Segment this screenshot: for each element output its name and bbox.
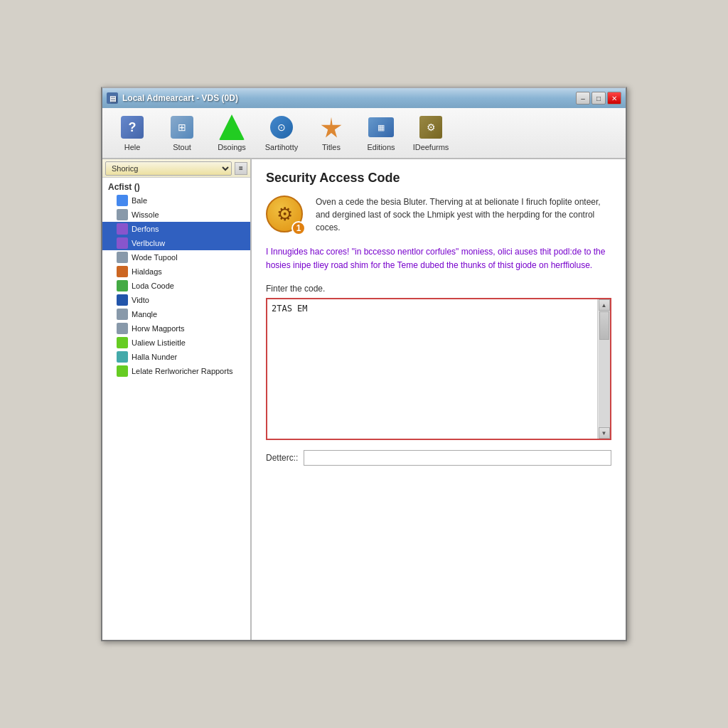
toolbar-btn-editions[interactable]: ▦ Editions xyxy=(357,111,405,155)
tree-item-icon xyxy=(117,337,128,348)
tree-item-label: Bale xyxy=(132,196,147,205)
tree-item-icon xyxy=(117,323,128,334)
dsoings-icon xyxy=(219,114,245,140)
toolbar-btn-titles[interactable]: Titles xyxy=(307,111,355,155)
toolbar-btn-dsoings[interactable]: Dsoings xyxy=(208,111,256,155)
tree-item-label: Manqle xyxy=(132,310,157,318)
sidebar-header: Shoricg ≡ xyxy=(102,159,250,178)
textarea-scrollbar: ▲ ▼ xyxy=(597,299,610,439)
tree-item-label: Horw Magports xyxy=(132,324,185,333)
main-area: Shoricg ≡ Acfist () BaleWissoleDerfonsVe… xyxy=(102,159,626,640)
tree-item[interactable]: Ualiew Listieitle xyxy=(102,336,250,350)
tree-container: Acfist () BaleWissoleDerfonsVerlbcluwWod… xyxy=(102,178,250,640)
minimize-button[interactable]: – xyxy=(576,92,590,105)
title-controls: – □ ✕ xyxy=(576,92,621,105)
toolbar-label-stout: Stout xyxy=(173,143,191,151)
tree-item[interactable]: Hialdags xyxy=(102,264,250,279)
gear-icon-container: ⚙ 1 xyxy=(266,196,306,235)
ideefurms-icon: ⚙ xyxy=(418,114,444,140)
title-bar: ▤ Local Admearcart - VDS (0D) – □ ✕ xyxy=(102,88,626,108)
main-window: ▤ Local Admearcart - VDS (0D) – □ ✕ ? He… xyxy=(101,87,627,641)
warning-text: I Innugides hac cores! "in bccesso nentl… xyxy=(266,245,611,272)
app-icon: ▤ xyxy=(107,92,118,104)
tree-item[interactable]: Bale xyxy=(102,193,250,208)
tree-item-label: Derfons xyxy=(132,225,159,233)
code-label: Finter the code. xyxy=(266,284,611,294)
tree-item-label: Verlbcluw xyxy=(132,239,165,247)
sidebar: Shoricg ≡ Acfist () BaleWissoleDerfonsVe… xyxy=(102,159,252,640)
tree-item[interactable]: Halla Nunder xyxy=(102,350,250,364)
tree-item-label: Lelate Rerlworicher Rapports xyxy=(132,367,232,375)
tree-root-label: Acfist () xyxy=(102,181,250,193)
tree-item-icon xyxy=(117,294,128,306)
tree-item-label: Halla Nunder xyxy=(132,353,177,361)
tree-item-label: Vidto xyxy=(132,296,149,304)
help-icon: ? xyxy=(119,114,145,140)
content-title: Security Access Code xyxy=(266,171,611,186)
toolbar-label-editions: Editions xyxy=(367,143,395,151)
editions-icon: ▦ xyxy=(368,114,394,140)
toolbar-label-help: Hele xyxy=(124,143,141,151)
gear-symbol: ⚙ xyxy=(277,203,293,225)
detterc-row: Detterc:: xyxy=(266,450,611,466)
toolbar: ? Hele ⊞ Stout Dsoings ⊙ Sartihotty xyxy=(102,108,626,159)
titles-icon xyxy=(318,114,344,140)
tree-item-label: Ualiew Listieitle xyxy=(132,338,186,347)
tree-item-label: Loda Coode xyxy=(132,282,174,290)
tree-item-icon xyxy=(117,252,128,263)
tree-item-icon xyxy=(117,195,128,206)
security-badge: 1 xyxy=(291,221,306,235)
intro-text: Oven a cede the besia Bluter. Therving a… xyxy=(316,196,611,235)
tree-item[interactable]: Wode Tupool xyxy=(102,250,250,264)
tree-item-icon xyxy=(117,237,128,249)
tree-item[interactable]: Derfons xyxy=(102,222,250,236)
scroll-thumb[interactable] xyxy=(599,311,609,340)
toolbar-btn-ideefurms[interactable]: ⚙ IDeefurms xyxy=(407,111,455,155)
maximize-button[interactable]: □ xyxy=(592,92,606,105)
close-button[interactable]: ✕ xyxy=(607,92,621,105)
toolbar-label-sartihotty: Sartihotty xyxy=(265,143,298,151)
detterc-label: Detterc:: xyxy=(266,453,298,463)
tree-item-label: Wode Tupool xyxy=(132,253,178,262)
toolbar-label-titles: Titles xyxy=(322,143,341,151)
code-textarea-wrapper: ▲ ▼ xyxy=(266,298,611,440)
toolbar-label-ideefurms: IDeefurms xyxy=(413,143,449,151)
code-textarea[interactable] xyxy=(267,299,597,439)
sidebar-dropdown[interactable]: Shoricg xyxy=(105,161,232,176)
scroll-up-btn[interactable]: ▲ xyxy=(599,299,610,311)
scroll-down-btn[interactable]: ▼ xyxy=(599,427,610,439)
content-intro-box: ⚙ 1 Oven a cede the besia Bluter. Thervi… xyxy=(266,196,611,235)
scroll-track xyxy=(599,311,610,427)
tree-item-label: Wissole xyxy=(132,210,159,219)
tree-item-icon xyxy=(117,280,128,291)
tree-item-icon xyxy=(117,351,128,363)
tree-item-icon xyxy=(117,209,128,220)
tree-item-icon xyxy=(117,266,128,277)
stout-icon: ⊞ xyxy=(169,114,195,140)
tree-item[interactable]: Wissole xyxy=(102,208,250,222)
tree-item[interactable]: Verlbcluw xyxy=(102,236,250,250)
tree-item-label: Hialdags xyxy=(132,267,162,276)
content-panel: Security Access Code ⚙ 1 Oven a cede the… xyxy=(252,159,626,640)
tree-item-icon xyxy=(117,223,128,235)
tree-item[interactable]: Lelate Rerlworicher Rapports xyxy=(102,364,250,378)
sartihotty-icon: ⊙ xyxy=(269,114,294,140)
tree-item[interactable]: Manqle xyxy=(102,307,250,321)
tree-item-icon xyxy=(117,309,128,320)
detterc-input[interactable] xyxy=(304,450,611,466)
toolbar-btn-stout[interactable]: ⊞ Stout xyxy=(158,111,206,155)
sidebar-view-btn[interactable]: ≡ xyxy=(235,162,247,175)
tree-item-icon xyxy=(117,365,128,377)
window-title: Local Admearcart - VDS (0D) xyxy=(122,93,238,103)
tree-item[interactable]: Horw Magports xyxy=(102,321,250,336)
toolbar-btn-help[interactable]: ? Hele xyxy=(108,111,156,155)
tree-item[interactable]: Loda Coode xyxy=(102,279,250,293)
toolbar-label-dsoings: Dsoings xyxy=(218,143,246,151)
title-bar-left: ▤ Local Admearcart - VDS (0D) xyxy=(107,92,238,104)
tree-item[interactable]: Vidto xyxy=(102,293,250,307)
toolbar-btn-sartihotty[interactable]: ⊙ Sartihotty xyxy=(257,111,306,155)
